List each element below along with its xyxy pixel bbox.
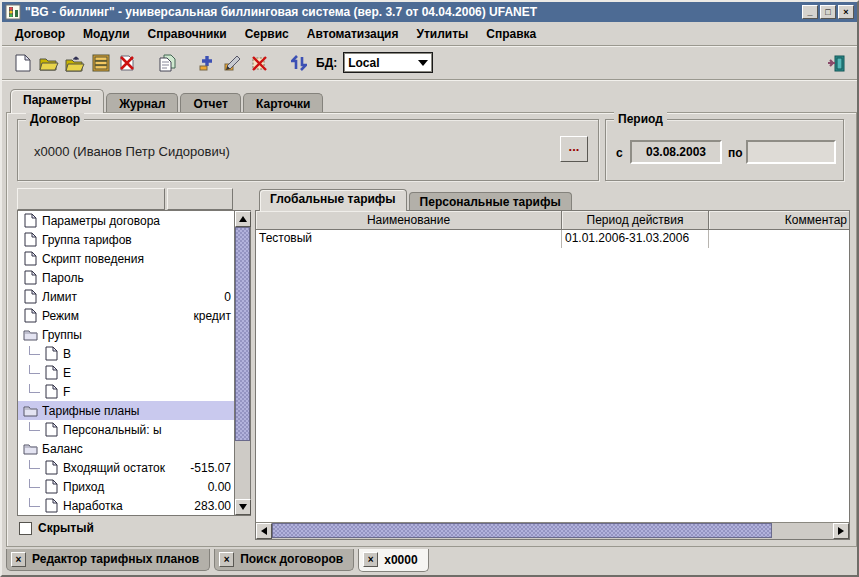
table-row[interactable]: Тестовый 01.01.2006-31.03.2006 [256,230,849,248]
hidden-checkbox[interactable] [19,522,32,535]
scroll-up-icon[interactable] [235,211,251,227]
menu-servis[interactable]: Сервис [236,24,298,44]
menu-spravochniki[interactable]: Справочники [139,24,236,44]
db-combobox[interactable]: Local [343,52,433,73]
open-folder-icon[interactable] [37,51,61,75]
tree-item[interactable]: B [18,344,234,363]
menu-moduli[interactable]: Модули [74,24,138,44]
tree-item[interactable]: Группы [18,325,234,344]
scroll-left-icon[interactable] [256,523,272,539]
refresh-icon[interactable] [287,51,311,75]
tariff-panel: Глобальные тарифы Персональные тарифы На… [255,188,850,540]
tab-global-tariffs[interactable]: Глобальные тарифы [259,189,407,211]
tree-item[interactable]: Пароль [18,268,234,287]
menu-dogovor[interactable]: Договор [6,24,74,44]
menu-bar: Договор Модули Справочники Сервис Автома… [2,22,857,46]
bottom-tab-bar: × Редактор тарифных планов × Поиск догов… [6,549,433,573]
tree-vertical-scrollbar[interactable] [234,211,250,515]
tree-item[interactable]: Режим кредит [18,306,234,325]
db-combobox-value: Local [348,56,418,70]
copy-icon[interactable] [155,51,179,75]
tree-column-header[interactable] [17,188,165,210]
period-group-label: Период [614,112,667,126]
bottom-tab-label: Поиск договоров [240,552,343,566]
tree-connector [29,498,40,507]
tree-item[interactable]: Баланс [18,439,234,458]
tree-item-selected[interactable]: Тарифные планы [18,401,234,420]
archive-drawer-icon[interactable] [89,51,113,75]
tree-connector [29,460,40,469]
folder-icon [22,328,38,341]
column-header-name[interactable]: Наименование [256,211,562,230]
app-icon [5,4,21,20]
tree-item[interactable]: Лимит 0 [18,287,234,306]
bottom-tab-x0000[interactable]: × x0000 [358,549,428,572]
scrollbar-thumb[interactable] [272,523,772,538]
document-icon [22,289,38,304]
document-icon [22,232,38,247]
bottom-tab-contract-search[interactable]: × Поиск договоров [214,549,354,571]
title-bar: "BG - биллинг" - универсальная биллингов… [2,2,857,22]
column-header-period[interactable]: Период действия [562,211,709,230]
tab-kartochki[interactable]: Карточки [243,93,323,113]
tree-item[interactable]: Приход 0.00 [18,477,234,496]
minimize-icon[interactable]: _ [802,5,818,19]
tab-parametry[interactable]: Параметры [10,89,104,113]
tree-connector [29,365,40,374]
chevron-down-icon [418,60,428,66]
remove-item-icon[interactable] [247,51,271,75]
contract-browse-button[interactable]: ... [560,136,588,162]
document-icon [43,422,59,437]
delete-document-icon[interactable] [115,51,139,75]
tree-item[interactable]: Скрипт поведения [18,249,234,268]
maximize-icon[interactable]: □ [820,5,836,19]
tree-item[interactable]: Группа тарифов [18,230,234,249]
tree-item[interactable]: Персональный: ы [18,420,234,439]
period-from-field[interactable]: 03.08.2003 [630,140,722,164]
open-import-icon[interactable] [63,51,87,75]
toolbar: БД: Local [2,46,857,80]
tariff-table-header: Наименование Период действия Комментар [256,211,849,230]
period-to-field[interactable] [746,140,836,164]
tariff-horizontal-scrollbar[interactable] [256,522,849,539]
contract-tree: Параметры договора Группа тарифов Скрипт… [18,211,234,515]
scrollbar-thumb[interactable] [235,227,250,441]
tree-item[interactable]: F [18,382,234,401]
tab-personal-tariffs[interactable]: Персональные тарифы [409,192,572,211]
column-header-comment[interactable]: Комментар [709,211,849,230]
tree-item[interactable]: Наработка 283.00 [18,496,234,515]
close-icon[interactable]: × [838,5,854,19]
scroll-down-icon[interactable] [235,499,251,515]
document-icon [22,308,38,323]
contract-group-label: Договор [26,112,84,126]
add-item-icon[interactable] [195,51,219,75]
tree-item[interactable]: Входящий остаток -515.07 [18,458,234,477]
hidden-checkbox-row: Скрытый [17,521,251,535]
menu-avtomatizaciya[interactable]: Автоматизация [298,24,408,44]
new-document-icon[interactable] [11,51,35,75]
edit-item-icon[interactable] [221,51,245,75]
window-controls: _ □ × [802,5,854,19]
scrollbar-track[interactable] [272,523,833,539]
tab-zhurnal[interactable]: Журнал [106,93,178,113]
tree-column-header[interactable] [167,188,233,210]
close-tab-icon[interactable]: × [219,552,234,567]
db-label: БД: [316,56,337,70]
period-groupbox: Период с 03.08.2003 по [605,119,844,181]
document-icon [22,213,38,228]
close-tab-icon[interactable]: × [11,552,26,567]
folder-icon [22,404,38,417]
close-tab-icon[interactable]: × [363,552,378,567]
tree-item[interactable]: E [18,363,234,382]
bottom-tab-tariff-editor[interactable]: × Редактор тарифных планов [6,549,210,571]
document-icon [43,460,59,475]
menu-utility[interactable]: Утилиты [407,24,477,44]
tree-item[interactable]: Параметры договора [18,211,234,230]
document-icon [43,365,59,380]
tree-connector [29,479,40,488]
scroll-right-icon[interactable] [833,523,849,539]
menu-spravka[interactable]: Справка [477,24,545,44]
cell-comment [709,230,849,248]
tab-otchet[interactable]: Отчет [180,93,241,113]
exit-door-icon[interactable] [824,51,848,75]
